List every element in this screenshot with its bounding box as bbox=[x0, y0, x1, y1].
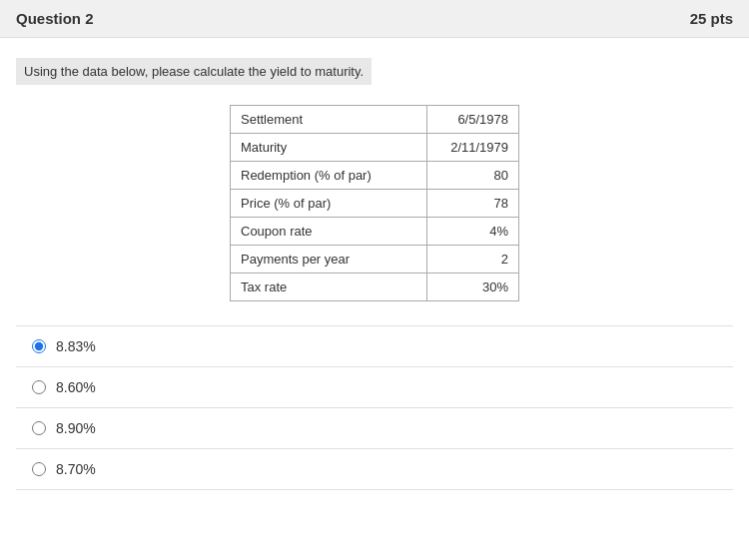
table-cell-label: Settlement bbox=[231, 106, 427, 134]
option-label: 8.90% bbox=[56, 420, 96, 436]
table-row: Settlement6/5/1978 bbox=[231, 106, 519, 134]
table-cell-label: Maturity bbox=[231, 134, 427, 162]
table-row: Redemption (% of par)80 bbox=[231, 162, 519, 190]
table-cell-label: Price (% of par) bbox=[231, 190, 427, 218]
question-points: 25 pts bbox=[690, 10, 733, 27]
answer-option-item[interactable]: 8.83% bbox=[16, 325, 733, 367]
table-cell-label: Tax rate bbox=[231, 274, 427, 301]
financial-data-table: Settlement6/5/1978Maturity2/11/1979Redem… bbox=[230, 105, 519, 301]
table-cell-label: Redemption (% of par) bbox=[231, 162, 427, 190]
table-row: Price (% of par)78 bbox=[231, 190, 519, 218]
question-header: Question 2 25 pts bbox=[0, 0, 749, 38]
table-row: Tax rate30% bbox=[231, 274, 519, 301]
option-label: 8.70% bbox=[56, 461, 96, 477]
table-cell-label: Payments per year bbox=[231, 246, 427, 274]
table-cell-value: 6/5/1978 bbox=[426, 106, 518, 134]
answer-options: 8.83%8.60%8.90%8.70% bbox=[16, 325, 733, 490]
table-cell-value: 4% bbox=[426, 218, 518, 246]
answer-option-item[interactable]: 8.60% bbox=[16, 367, 733, 408]
table-row: Maturity2/11/1979 bbox=[231, 134, 519, 162]
question-body: Using the data below, please calculate t… bbox=[0, 38, 749, 510]
answer-option-item[interactable]: 8.90% bbox=[16, 408, 733, 449]
option-label: 8.60% bbox=[56, 379, 96, 395]
table-cell-value: 78 bbox=[426, 190, 518, 218]
answer-option-item[interactable]: 8.70% bbox=[16, 449, 733, 490]
question-title: Question 2 bbox=[16, 10, 94, 27]
data-table-container: Settlement6/5/1978Maturity2/11/1979Redem… bbox=[16, 105, 733, 301]
table-cell-value: 2/11/1979 bbox=[426, 134, 518, 162]
radio-input[interactable] bbox=[32, 380, 46, 394]
table-cell-value: 80 bbox=[426, 162, 518, 190]
option-label: 8.83% bbox=[56, 338, 96, 354]
table-row: Payments per year2 bbox=[231, 246, 519, 274]
table-row: Coupon rate4% bbox=[231, 218, 519, 246]
radio-input[interactable] bbox=[32, 421, 46, 435]
instruction-text: Using the data below, please calculate t… bbox=[16, 58, 372, 85]
table-cell-value: 2 bbox=[426, 246, 518, 274]
radio-input[interactable] bbox=[32, 462, 46, 476]
table-cell-label: Coupon rate bbox=[231, 218, 427, 246]
table-cell-value: 30% bbox=[426, 274, 518, 301]
radio-input[interactable] bbox=[32, 339, 46, 353]
